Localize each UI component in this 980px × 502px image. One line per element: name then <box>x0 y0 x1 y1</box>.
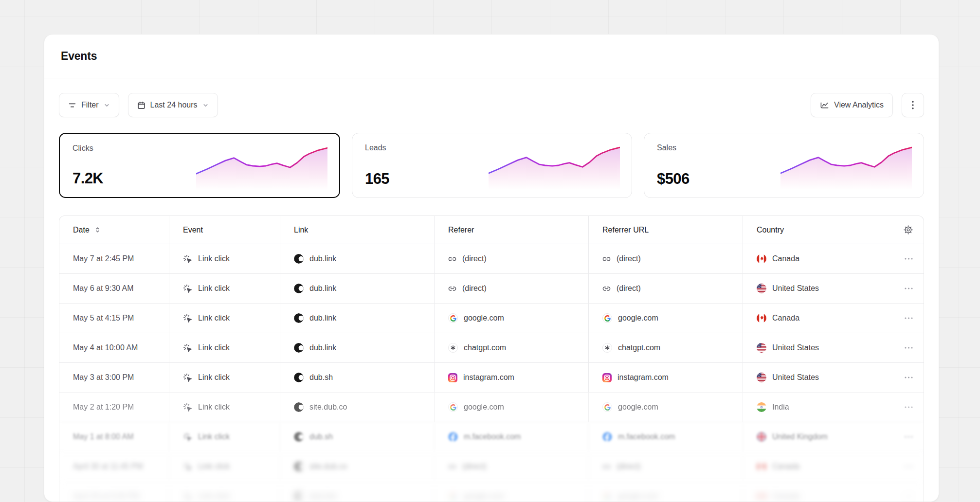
referrer-url-text: (direct) <box>617 254 641 263</box>
column-header-date[interactable]: Date <box>59 216 169 244</box>
table-row[interactable]: May 2 at 1:20 PM Link click site.dub.co … <box>59 392 924 422</box>
stat-label: Sales <box>657 143 676 152</box>
toolbar: Filter Last 24 hours View Analytics <box>59 93 924 117</box>
cell-link: dub.link <box>280 482 434 502</box>
date-text: May 1 at 8:00 AM <box>73 432 134 441</box>
sort-icon[interactable] <box>94 227 101 233</box>
filter-button[interactable]: Filter <box>59 93 119 117</box>
cell-event: Link click <box>169 482 280 502</box>
row-menu-ellipsis-icon[interactable] <box>905 317 913 319</box>
cell-date: April 30 at 11:45 PM <box>59 452 169 481</box>
cursor-click-icon <box>183 462 192 471</box>
cell-referrer-url: (direct) <box>588 452 743 481</box>
row-menu-ellipsis-icon[interactable] <box>905 436 913 438</box>
table-row[interactable]: May 4 at 10:00 AM Link click dub.link ch… <box>59 333 924 362</box>
row-menu-ellipsis-icon[interactable] <box>905 466 913 467</box>
referrer-url-favicon-icon <box>602 491 612 501</box>
table-row[interactable]: May 3 at 3:00 PM Link click dub.sh insta… <box>59 362 924 392</box>
column-header-label: Event <box>183 226 203 234</box>
row-menu-ellipsis-icon[interactable] <box>905 495 913 497</box>
referer-text: (direct) <box>462 254 487 263</box>
referrer-url-favicon-icon <box>602 343 612 353</box>
cell-referer: instagram.com <box>434 363 588 392</box>
country-flag-icon <box>757 284 766 293</box>
cursor-click-icon <box>183 492 192 501</box>
cell-referrer-url: google.com <box>588 393 743 422</box>
link-text: dub.link <box>309 254 336 263</box>
country-text: United States <box>772 284 819 293</box>
column-settings-gear-icon[interactable] <box>904 225 913 234</box>
chevron-down-icon <box>104 102 110 108</box>
country-flag-icon <box>757 462 766 471</box>
chevron-down-icon <box>202 102 209 108</box>
referrer-url-favicon-icon <box>602 255 611 263</box>
stat-card-clicks[interactable]: Clicks 7.2K <box>59 133 340 198</box>
column-header-label: Referer <box>448 226 474 234</box>
referrer-url-text: (direct) <box>617 462 641 471</box>
row-menu-ellipsis-icon[interactable] <box>905 376 913 378</box>
cell-date: May 7 at 2:45 PM <box>59 244 169 273</box>
country-flag-icon <box>757 432 766 442</box>
referrer-url-text: google.com <box>618 314 658 323</box>
cell-event: Link click <box>169 363 280 392</box>
column-header-referer: Referer <box>434 216 588 244</box>
cell-referrer-url: chatgpt.com <box>588 333 743 362</box>
stat-card-leads[interactable]: Leads 165 <box>352 133 632 198</box>
country-text: India <box>772 403 789 412</box>
country-text: Canada <box>772 492 799 501</box>
link-text: dub.link <box>309 492 336 501</box>
date-text: May 7 at 2:45 PM <box>73 254 134 263</box>
country-text: United States <box>772 343 819 352</box>
cell-referrer-url: m.facebook.com <box>588 422 743 451</box>
referrer-url-text: google.com <box>618 403 658 412</box>
referer-favicon-icon <box>448 255 456 263</box>
date-text: April 29 at 6:30 PM <box>73 492 139 501</box>
cell-country: United States <box>743 363 924 392</box>
cell-referer: (direct) <box>434 244 588 273</box>
cell-date: May 4 at 10:00 AM <box>59 333 169 362</box>
toolbar-right: View Analytics <box>811 93 924 117</box>
row-menu-ellipsis-icon[interactable] <box>905 406 913 408</box>
cell-referrer-url: (direct) <box>588 244 743 273</box>
table-body: May 7 at 2:45 PM Link click dub.link (di… <box>59 244 924 502</box>
clicks-sparkline-chart <box>196 142 327 190</box>
referer-text: google.com <box>464 314 504 323</box>
dub-logo-icon <box>294 491 304 501</box>
sales-sparkline-chart <box>780 141 912 190</box>
link-text: dub.link <box>309 284 336 293</box>
cell-event: Link click <box>169 304 280 333</box>
table-row[interactable]: May 7 at 2:45 PM Link click dub.link (di… <box>59 244 924 273</box>
cell-date: May 6 at 9:30 AM <box>59 274 169 303</box>
table-row[interactable]: April 29 at 6:30 PM Link click dub.link … <box>59 481 924 502</box>
cell-country: India <box>743 393 924 422</box>
cell-event: Link click <box>169 244 280 273</box>
view-analytics-button[interactable]: View Analytics <box>811 93 893 117</box>
more-options-button[interactable] <box>902 93 924 117</box>
cursor-click-icon <box>183 403 192 412</box>
row-menu-ellipsis-icon[interactable] <box>905 287 913 289</box>
table-row[interactable]: May 5 at 4:15 PM Link click dub.link goo… <box>59 303 924 333</box>
table-header-row: Date Event Link Referer Referrer URL Cou… <box>59 216 924 244</box>
referer-favicon-icon <box>448 343 458 353</box>
row-menu-ellipsis-icon[interactable] <box>905 258 913 260</box>
cell-referer: chatgpt.com <box>434 333 588 362</box>
referer-favicon-icon <box>448 491 458 501</box>
event-text: Link click <box>198 403 230 412</box>
table-row[interactable]: May 6 at 9:30 AM Link click dub.link (di… <box>59 273 924 303</box>
row-menu-ellipsis-icon[interactable] <box>905 347 913 349</box>
cell-referer: (direct) <box>434 452 588 481</box>
cell-link: site.dub.co <box>280 452 434 481</box>
stat-label: Leads <box>365 143 386 152</box>
cell-date: May 5 at 4:15 PM <box>59 304 169 333</box>
cell-country: United States <box>743 274 924 303</box>
country-flag-icon <box>757 254 766 264</box>
stat-card-sales[interactable]: Sales $506 <box>644 133 924 198</box>
dub-logo-icon <box>294 373 304 382</box>
table-row[interactable]: May 1 at 8:00 AM Link click dub.sh m.fac… <box>59 422 924 451</box>
table-row[interactable]: April 30 at 11:45 PM Link click site.dub… <box>59 451 924 481</box>
cell-referer: m.facebook.com <box>434 422 588 451</box>
date-range-button[interactable]: Last 24 hours <box>128 93 218 117</box>
date-text: May 4 at 10:00 AM <box>73 343 138 352</box>
referer-text: (direct) <box>462 284 487 293</box>
cell-link: dub.sh <box>280 422 434 451</box>
